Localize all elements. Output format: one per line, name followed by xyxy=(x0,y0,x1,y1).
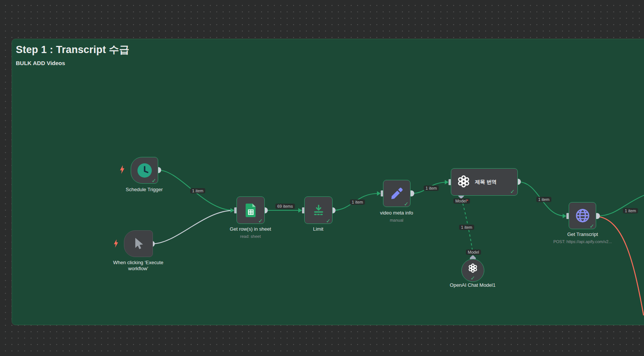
edge-label-model: Model xyxy=(466,250,481,255)
edge-label: 1 item xyxy=(424,186,439,191)
trigger-bolt-icon xyxy=(120,165,125,174)
edge-label: 1 item xyxy=(350,199,365,205)
edges-layer xyxy=(0,0,644,356)
node-label-schedule-trigger: Schedule Trigger xyxy=(126,187,163,193)
node-label-get-transcript: Get Transcript POST: https://api.apify.c… xyxy=(553,231,612,245)
node-schedule-trigger[interactable]: ✓ xyxy=(131,157,158,184)
node-video-meta-info[interactable]: ✓ xyxy=(383,180,411,207)
success-check-icon: ✓ xyxy=(470,275,475,281)
workflow-canvas[interactable]: Step 1 : Transcript 수급 BULK ADD Videos xyxy=(0,0,644,356)
success-check-icon: ✓ xyxy=(404,201,409,207)
edge-label: 69 items xyxy=(275,204,295,209)
edge-label: 1 item xyxy=(190,188,205,193)
node-get-rows-in-sheet[interactable]: ✓ xyxy=(237,196,265,224)
node-manual-trigger[interactable] xyxy=(124,230,153,257)
openai-icon xyxy=(457,175,470,190)
node-get-transcript[interactable]: ✓ xyxy=(569,202,596,229)
node-openai-chat-model[interactable]: ✓ xyxy=(461,259,484,282)
openai-icon xyxy=(462,262,484,274)
node-label-limit: Limit xyxy=(313,226,323,232)
trigger-bolt-icon xyxy=(114,239,119,248)
edge-label: 1 item xyxy=(623,208,638,213)
success-check-icon: ✓ xyxy=(589,223,594,229)
node-label-openai-chat-model: OpenAI Chat Model1 xyxy=(450,282,495,288)
node-inner-title: 제목 번역 xyxy=(475,179,497,186)
cursor-icon xyxy=(124,231,153,257)
edge-label-model-required: Model* xyxy=(453,198,470,204)
output-connectors[interactable] xyxy=(149,167,600,247)
success-check-icon: ✓ xyxy=(258,218,263,224)
success-check-icon: ✓ xyxy=(510,189,515,194)
edge-label: 1 item xyxy=(459,225,474,230)
node-label-get-rows: Get row(s) in sheet read: sheet xyxy=(230,226,271,239)
node-title-translate[interactable]: 제목 번역 ✓ xyxy=(451,168,518,196)
success-check-icon: ✓ xyxy=(151,178,156,183)
success-check-icon: ✓ xyxy=(326,218,331,224)
node-label-manual-trigger: When clicking ‘Execute workflow’ xyxy=(108,260,168,272)
edge-manual-to-sheet[interactable] xyxy=(152,210,234,244)
node-label-video-meta: video meta info manual xyxy=(380,210,413,223)
node-limit[interactable]: ✓ xyxy=(304,196,333,224)
edge-label: 1 item xyxy=(536,197,551,202)
